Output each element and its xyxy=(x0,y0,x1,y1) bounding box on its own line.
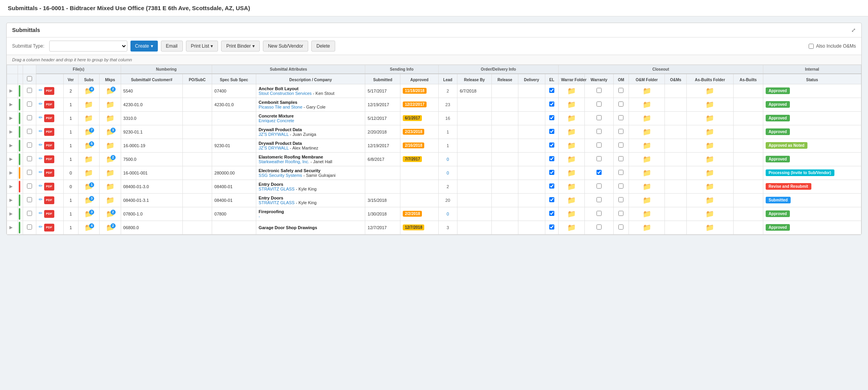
row-desc-title[interactable]: Concrete Mixture xyxy=(259,114,363,118)
mkps-folder-button[interactable]: 📁2 xyxy=(105,87,116,95)
as-builts-folder-button[interactable]: 📁 xyxy=(704,114,715,123)
warranty-folder-button[interactable]: 📁 xyxy=(566,114,577,123)
subs-folder-button[interactable]: 📁4 xyxy=(83,223,94,232)
row-toggle[interactable]: ▶ xyxy=(9,143,13,148)
row-desc-title[interactable]: Drywall Product Data xyxy=(259,141,363,146)
row-desc-title[interactable]: Elastomeric Roofing Membrane xyxy=(259,155,363,159)
row-checkbox[interactable] xyxy=(27,102,32,107)
row-pdf-button[interactable]: PDF xyxy=(44,155,54,163)
as-builts-folder-button[interactable]: 📁 xyxy=(704,100,715,109)
warranty-folder-button[interactable]: 📁 xyxy=(566,182,577,191)
row-warranty-checkbox[interactable] xyxy=(597,88,602,93)
row-pdf-button[interactable]: PDF xyxy=(44,183,54,191)
as-builts-folder-button[interactable]: 📁 xyxy=(704,155,715,164)
warranty-folder-button[interactable]: 📁 xyxy=(566,87,577,95)
row-toggle[interactable]: ▶ xyxy=(9,88,13,93)
row-toggle[interactable]: ▶ xyxy=(9,129,13,134)
om-folder-button[interactable]: 📁 xyxy=(641,169,652,177)
mkps-folder-button[interactable]: 📁2 xyxy=(105,155,116,164)
row-desc-title[interactable]: Anchor Bolt Layout xyxy=(259,86,363,91)
row-company[interactable]: STRAVITZ GLASS xyxy=(259,200,295,205)
row-toggle[interactable]: ▶ xyxy=(9,116,13,120)
om-folder-button[interactable]: 📁 xyxy=(641,223,652,232)
row-el-checkbox[interactable] xyxy=(549,156,554,161)
row-company[interactable]: JZ'S DRYWALL xyxy=(259,146,289,150)
row-toggle[interactable]: ▶ xyxy=(9,225,13,230)
row-edit-button[interactable]: ✏ xyxy=(39,197,43,202)
row-edit-button[interactable]: ✏ xyxy=(39,156,43,161)
row-pdf-button[interactable]: PDF xyxy=(44,101,54,109)
row-company[interactable]: - xyxy=(259,214,260,219)
row-desc-title[interactable]: Entry Doors xyxy=(259,182,363,187)
row-edit-button[interactable]: ✏ xyxy=(39,128,43,134)
mkps-folder-button[interactable]: 📁 xyxy=(105,100,116,109)
row-checkbox[interactable] xyxy=(27,115,32,120)
row-company[interactable]: Starkweather Roofing, Inc. xyxy=(259,159,309,164)
row-el-checkbox[interactable] xyxy=(549,197,554,202)
row-desc-title[interactable]: Garage Door Shop Drawings xyxy=(259,225,363,230)
print-binder-button[interactable]: Print Binder xyxy=(221,41,260,52)
row-edit-button[interactable]: ✏ xyxy=(39,224,43,230)
om-folder-button[interactable]: 📁 xyxy=(641,210,652,218)
row-om-checkbox[interactable] xyxy=(618,115,623,120)
th-warrar-folder[interactable]: Warrar Folder xyxy=(559,74,584,84)
as-builts-folder-button[interactable]: 📁 xyxy=(704,87,715,95)
th-po-subc[interactable]: PO/SubC xyxy=(182,74,212,84)
row-warranty-checkbox[interactable] xyxy=(597,115,602,120)
subs-folder-button[interactable]: 📁7 xyxy=(83,128,94,136)
row-company[interactable]: Enriquez Concrete xyxy=(259,118,294,123)
row-checkbox[interactable] xyxy=(27,197,32,202)
om-folder-button[interactable]: 📁 xyxy=(641,196,652,205)
mkps-folder-button[interactable]: 📁 xyxy=(105,182,116,191)
row-checkbox[interactable] xyxy=(27,183,32,189)
row-el-checkbox[interactable] xyxy=(549,102,554,107)
th-approved[interactable]: Approved xyxy=(400,74,438,84)
th-release[interactable]: Release xyxy=(492,74,518,84)
mkps-folder-button[interactable]: 📁 xyxy=(105,141,116,150)
row-toggle[interactable]: ▶ xyxy=(9,184,13,189)
warranty-folder-button[interactable]: 📁 xyxy=(566,128,577,136)
row-company[interactable]: Picasso Tile and Stone xyxy=(259,105,302,109)
row-edit-button[interactable]: ✏ xyxy=(39,87,43,93)
row-om-checkbox[interactable] xyxy=(618,183,623,189)
row-warranty-checkbox[interactable] xyxy=(597,211,602,216)
om-folder-button[interactable]: 📁 xyxy=(641,155,652,164)
as-builts-folder-button[interactable]: 📁 xyxy=(704,223,715,232)
mkps-folder-button[interactable]: 📁 xyxy=(105,169,116,177)
warranty-folder-button[interactable]: 📁 xyxy=(566,100,577,109)
th-as-builts[interactable]: As-Builts xyxy=(733,74,763,84)
row-warranty-checkbox[interactable] xyxy=(597,224,602,230)
th-mkps[interactable]: Mkps xyxy=(100,74,121,84)
row-checkbox[interactable] xyxy=(27,129,32,134)
th-om-folder[interactable]: O&M Folder xyxy=(629,74,665,84)
row-pdf-button[interactable]: PDF xyxy=(44,224,54,232)
row-edit-button[interactable]: ✏ xyxy=(39,101,43,107)
create-button[interactable]: Create xyxy=(130,41,158,52)
th-submittal-num[interactable]: Submittal# Customer# xyxy=(121,74,182,84)
row-edit-button[interactable]: ✏ xyxy=(39,142,43,148)
subs-folder-button[interactable]: 📁3 xyxy=(83,196,94,205)
row-pdf-button[interactable]: PDF xyxy=(44,196,54,204)
th-warranty[interactable]: Warranty xyxy=(584,74,613,84)
th-lead[interactable]: Lead xyxy=(438,74,457,84)
mkps-folder-button[interactable]: 📁2 xyxy=(105,223,116,232)
th-oms[interactable]: O&Ms xyxy=(665,74,687,84)
new-sub-vendor-button[interactable]: New Sub/Vendor xyxy=(263,41,308,52)
warranty-folder-button[interactable]: 📁 xyxy=(566,210,577,218)
as-builts-folder-button[interactable]: 📁 xyxy=(704,196,715,205)
warranty-folder-button[interactable]: 📁 xyxy=(566,169,577,177)
print-list-button[interactable]: Print List xyxy=(186,41,218,52)
th-as-builts-folder[interactable]: As-Builts Folder xyxy=(687,74,734,84)
row-desc-title[interactable]: Cembonit Samples xyxy=(259,100,363,105)
row-el-checkbox[interactable] xyxy=(549,115,554,120)
row-om-checkbox[interactable] xyxy=(618,197,623,202)
warranty-folder-button[interactable]: 📁 xyxy=(566,196,577,205)
row-toggle[interactable]: ▶ xyxy=(9,211,13,216)
row-desc-title[interactable]: Fireproofing xyxy=(259,209,363,214)
row-el-checkbox[interactable] xyxy=(549,88,554,93)
row-om-checkbox[interactable] xyxy=(618,102,623,107)
mkps-folder-button[interactable]: 📁 xyxy=(105,114,116,123)
row-om-checkbox[interactable] xyxy=(618,224,623,230)
also-include-checkbox[interactable] xyxy=(809,44,814,49)
row-toggle[interactable]: ▶ xyxy=(9,102,13,107)
